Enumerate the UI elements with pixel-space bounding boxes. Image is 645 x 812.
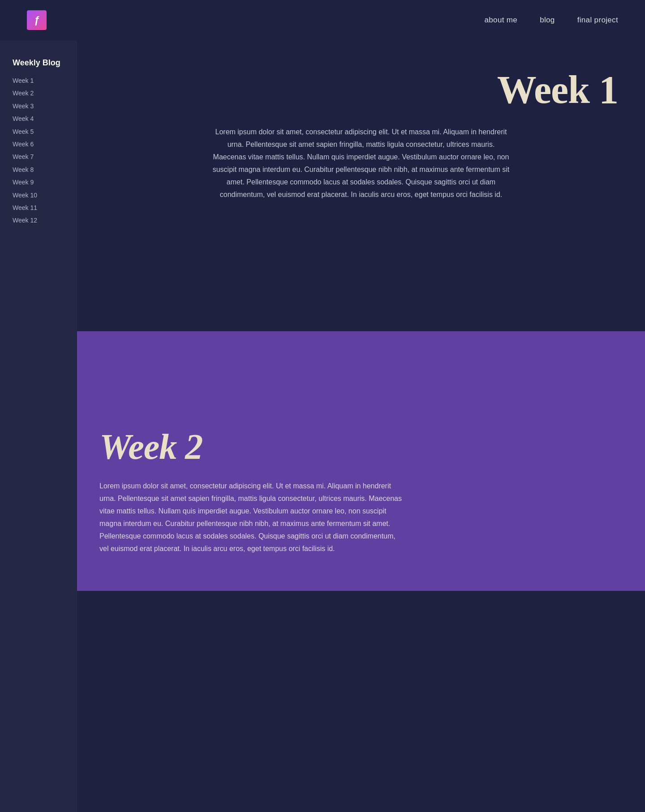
list-item: Week 7 [13,152,64,162]
sidebar-link-week5[interactable]: Week 5 [13,128,34,135]
list-item: Week 3 [13,101,64,111]
list-item: Week 10 [13,190,64,200]
sidebar-link-week3[interactable]: Week 3 [13,103,34,110]
list-item: Week 1 [13,76,64,85]
sidebar: Weekly Blog Week 1Week 2Week 3Week 4Week… [0,40,77,812]
week2-heading: Week 2 [99,427,623,467]
list-item: Week 4 [13,114,64,124]
week1-body: Lorem ipsum dolor sit amet, consectetur … [211,126,511,201]
sidebar-link-week4[interactable]: Week 4 [13,115,34,122]
list-item: Week 9 [13,177,64,187]
sidebar-link-week8[interactable]: Week 8 [13,166,34,173]
nav-final-project[interactable]: final project [577,16,618,25]
logo-icon: ƒ [27,10,47,30]
week2-section: Week 2 Lorem ipsum dolor sit amet, conse… [77,331,645,591]
list-item: Week 2 [13,88,64,98]
site-header: ƒ about me blog final project [0,0,645,40]
list-item: Week 5 [13,127,64,137]
sidebar-title: Weekly Blog [13,58,64,68]
sidebar-links: Week 1Week 2Week 3Week 4Week 5Week 6Week… [13,76,64,226]
sidebar-link-week6[interactable]: Week 6 [13,141,34,148]
sidebar-link-week9[interactable]: Week 9 [13,179,34,186]
sidebar-link-week12[interactable]: Week 12 [13,217,37,224]
list-item: Week 12 [13,215,64,225]
week1-heading: Week 1 [104,67,618,112]
logo[interactable]: ƒ [27,10,47,30]
nav-about[interactable]: about me [485,16,518,25]
week1-section: Week 1 Lorem ipsum dolor sit amet, conse… [77,40,645,331]
sidebar-link-week11[interactable]: Week 11 [13,204,37,211]
list-item: Week 6 [13,139,64,149]
page-layout: Weekly Blog Week 1Week 2Week 3Week 4Week… [0,40,645,812]
week2-body: Lorem ipsum dolor sit amet, consectetur … [99,480,404,555]
list-item: Week 8 [13,165,64,175]
sidebar-link-week2[interactable]: Week 2 [13,90,34,97]
sidebar-link-week7[interactable]: Week 7 [13,153,34,160]
main-nav: about me blog final project [485,16,618,25]
nav-blog[interactable]: blog [540,16,555,25]
sidebar-link-week1[interactable]: Week 1 [13,77,34,84]
list-item: Week 11 [13,203,64,213]
main-content: Week 1 Lorem ipsum dolor sit amet, conse… [77,40,645,812]
sidebar-link-week10[interactable]: Week 10 [13,192,37,199]
